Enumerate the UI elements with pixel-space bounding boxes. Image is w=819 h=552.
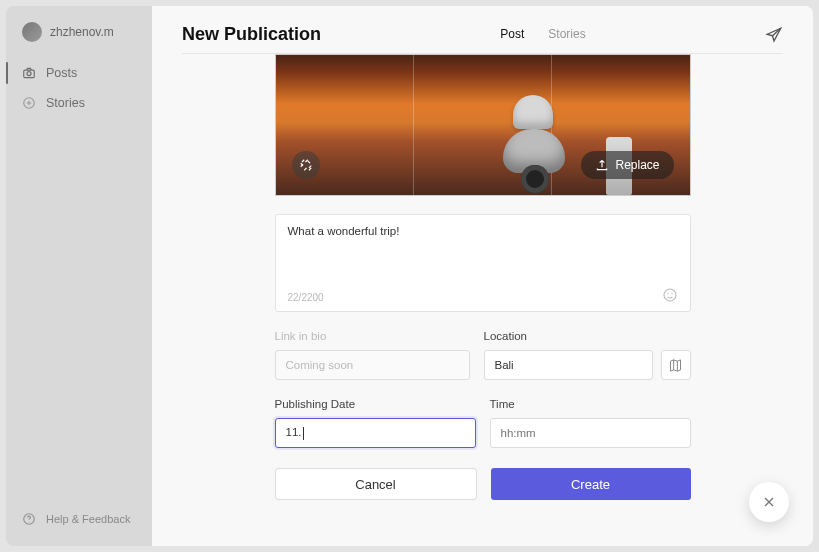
svg-point-4 <box>29 521 30 522</box>
caption-counter: 22/2200 <box>288 292 324 303</box>
camera-icon <box>22 66 36 80</box>
svg-point-1 <box>27 72 31 76</box>
user-profile-row[interactable]: zhzhenov.m <box>6 22 152 58</box>
caption-text: What a wonderful trip! <box>288 225 678 237</box>
time-input[interactable] <box>490 418 691 448</box>
svg-point-5 <box>664 289 676 301</box>
sidebar: zhzhenov.m Posts Stories Help & Feedback <box>6 6 152 546</box>
sidebar-item-help[interactable]: Help & Feedback <box>6 504 152 534</box>
time-label: Time <box>490 398 691 410</box>
location-input[interactable] <box>484 350 653 380</box>
sidebar-item-stories[interactable]: Stories <box>6 88 152 118</box>
caption-textarea[interactable]: What a wonderful trip! 22/2200 <box>275 214 691 312</box>
svg-point-6 <box>667 293 668 294</box>
create-button[interactable]: Create <box>491 468 691 500</box>
plus-circle-icon <box>22 96 36 110</box>
username-label: zhzhenov.m <box>50 25 114 39</box>
cancel-button[interactable]: Cancel <box>275 468 477 500</box>
sidebar-help-label: Help & Feedback <box>46 513 130 525</box>
tab-stories[interactable]: Stories <box>548 27 585 45</box>
publishing-date-label: Publishing Date <box>275 398 476 410</box>
tab-post[interactable]: Post <box>500 27 524 45</box>
close-button[interactable] <box>749 482 789 522</box>
replace-button[interactable]: Replace <box>581 151 673 179</box>
publishing-date-value: 11. <box>286 426 304 439</box>
main-panel: New Publication Post Stories <box>152 6 813 546</box>
map-icon-button[interactable] <box>661 350 691 380</box>
minimize-crop-button[interactable] <box>292 151 320 179</box>
page-title: New Publication <box>182 24 321 45</box>
link-bio-input: Coming soon <box>275 350 470 380</box>
post-image-preview: Replace <box>275 54 691 196</box>
sidebar-item-posts[interactable]: Posts <box>6 58 152 88</box>
scooter-illustration <box>491 89 577 195</box>
svg-point-7 <box>671 293 672 294</box>
emoji-icon[interactable] <box>662 287 680 305</box>
share-icon[interactable] <box>765 26 783 44</box>
sidebar-posts-label: Posts <box>46 66 77 80</box>
sidebar-stories-label: Stories <box>46 96 85 110</box>
publishing-date-input[interactable]: 11. <box>275 418 476 448</box>
replace-label: Replace <box>615 158 659 172</box>
avatar <box>22 22 42 42</box>
help-icon <box>22 512 36 526</box>
link-bio-label: Link in bio <box>275 330 470 342</box>
location-label: Location <box>484 330 691 342</box>
